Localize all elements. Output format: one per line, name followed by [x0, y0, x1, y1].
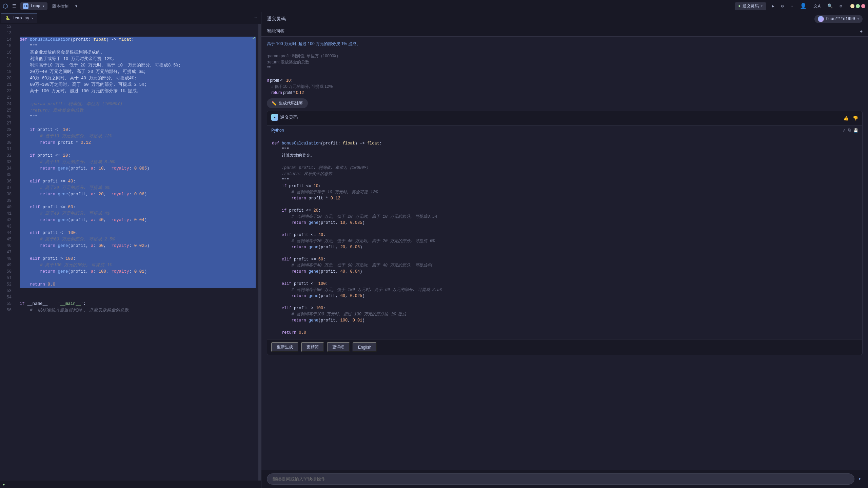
line-num-24: 24: [0, 101, 14, 108]
ai-response-actions: 👍 👎: [843, 116, 858, 121]
ai-line-25: # 当利润高于60 万元, 低于 100 万元时, 高于 60 万元的部分, 可…: [272, 287, 857, 293]
close-button[interactable]: [861, 4, 865, 8]
save-icon[interactable]: 💾: [853, 128, 858, 133]
line-num-18: 18: [0, 62, 14, 69]
code-line-37: # 高于20 万元的部分, 可提成 6%: [20, 185, 256, 191]
code-line-50: return gene(profit, a: 100, royalty: 0.0…: [20, 269, 256, 275]
generate-annotation-button[interactable]: ✏️ 生成代码注释: [267, 98, 308, 108]
minimize-button[interactable]: [850, 4, 854, 8]
temp3-tab[interactable]: ● 通义灵码 ▾: [735, 2, 766, 10]
titlebar: ⬡ ☰ TB temp ▾ 版本控制 ▾ ● 通义灵码 ▾ ▶ ⚙ ⋯ 👤 文A…: [0, 0, 868, 12]
line-num-34: 34: [0, 165, 14, 172]
code-line-19: 20万~40 万元之间时, 高于 20 万元的部分, 可提成 6%;: [20, 69, 256, 75]
line-num-51: 51: [0, 275, 14, 281]
more-options-icon[interactable]: ⋯: [789, 2, 795, 10]
code-line-34: return gene(profit, a: 10, royalty: 0.08…: [20, 165, 256, 172]
ai-code-content: def bonusCalculation(profit: float) -> f…: [267, 137, 862, 339]
code-line-49: # 高于100 万元的部分, 可提成 1%: [20, 262, 256, 269]
code-line-24: :param profit: 利润值, 单位万 (10000¥): [20, 101, 256, 108]
ai-line-30: return gene(profit, 100, 0.01): [272, 317, 857, 324]
tongyiling-icon: ✦: [271, 114, 278, 121]
file-tab-temp-py[interactable]: 🐍 temp.py ✕: [1, 14, 37, 23]
generate-annotation-label: 生成代码注释: [279, 100, 303, 106]
code-line-45: # 高于60 万元的部分, 可提成 2.5%: [20, 236, 256, 243]
ai-line-13: # 当利润高于10 万元, 低于 20 万元时, 高于 10 万元的部分, 可提…: [272, 214, 857, 220]
chat-input[interactable]: [267, 473, 854, 485]
line-num-15: 15: [0, 43, 14, 50]
ai-line-23: [272, 275, 857, 281]
code-content[interactable]: def bonusCalculation(profit: float) -> f…: [17, 24, 258, 481]
hamburger-icon[interactable]: ☰: [11, 2, 18, 10]
code-line-54: [20, 294, 256, 301]
detailed-button[interactable]: 更详细: [327, 342, 350, 352]
thumbs-up-icon[interactable]: 👍: [843, 116, 849, 121]
send-button[interactable]: ➤: [857, 475, 863, 483]
line-num-35: 35: [0, 172, 14, 178]
line-num-19: 19: [0, 69, 14, 75]
search-icon[interactable]: 🔍: [826, 2, 834, 10]
line-num-16: 16: [0, 50, 14, 56]
settings-icon[interactable]: ⚙: [838, 2, 844, 10]
panel-actions: tuuu***n1999 ▾: [814, 15, 863, 23]
app-logo: ⬡: [3, 2, 8, 10]
line-num-47: 47: [0, 249, 14, 256]
line-num-20: 20: [0, 75, 14, 82]
ai-response-block: ✦ 通义灵码 👍 👎 Python ⤢ ⎘ 💾: [267, 111, 863, 355]
code-block-lang-header: Python ⤢ ⎘ 💾: [267, 126, 862, 137]
user-icon[interactable]: 👤: [798, 1, 808, 11]
regenerate-button[interactable]: 重新生成: [271, 342, 298, 352]
line-num-22: 22: [0, 88, 14, 95]
ai-line-9: # 当利润低于等于 10 万元时, 奖金可提 12%: [272, 189, 857, 195]
thumbs-down-icon[interactable]: 👎: [853, 116, 858, 121]
translate-icon[interactable]: 文A: [812, 2, 822, 11]
ai-brand-label: 通义灵码: [280, 114, 298, 120]
user-badge[interactable]: tuuu***n1999 ▾: [814, 15, 863, 23]
code-line-44: elif profit <= 100:: [20, 230, 256, 236]
add-chat-icon[interactable]: ✚: [860, 28, 863, 34]
line-num-45: 45: [0, 236, 14, 243]
input-area: ➤: [261, 470, 868, 488]
ai-line-5: :param profit: 利润值, 单位万（10000¥）: [272, 165, 857, 171]
english-button[interactable]: English: [353, 342, 377, 352]
chat-area[interactable]: 高于 100 万元时, 超过 100 万元的部分按 1% 提成。 :param …: [261, 37, 868, 470]
code-editor[interactable]: 12 13 14 15 16 17 18 19 20 21 22 23 24 2…: [0, 24, 261, 481]
extension-icon[interactable]: ⚙: [780, 2, 785, 10]
run-status[interactable]: ▶: [3, 482, 5, 487]
ai-line-6: :return: 发放奖金的总数: [272, 171, 857, 177]
ai-line-10: return profit * 0.12: [272, 195, 857, 201]
code-line-33: # 高于10 万元的部分, 可提成 8.5%: [20, 159, 256, 165]
menu-version-control[interactable]: 版本控制: [50, 2, 71, 10]
code-line-38: return gene(profit, a: 20, royalty: 0.06…: [20, 191, 256, 198]
line-num-31: 31: [0, 146, 14, 153]
line-num-13: 13: [0, 30, 14, 37]
expand-icon[interactable]: ⤢: [843, 128, 846, 133]
line-num-49: 49: [0, 262, 14, 269]
line-num-42: 42: [0, 217, 14, 223]
code-line-51: [20, 275, 256, 281]
ai-line-1: def bonusCalculation(profit: float) -> f…: [272, 140, 857, 147]
ai-line-8: if profit <= 10:: [272, 183, 857, 189]
simplify-button[interactable]: 更精简: [301, 342, 324, 352]
ai-line-28: elif profit > 100:: [272, 305, 857, 311]
code-line-26: """: [20, 114, 256, 120]
code-line-43: [20, 223, 256, 230]
vertical-scrollbar[interactable]: [258, 24, 261, 481]
line-num-21: 21: [0, 82, 14, 88]
line-num-26: 26: [0, 114, 14, 120]
temp3-dot: ●: [738, 4, 741, 8]
maximize-button[interactable]: [856, 4, 860, 8]
project-name: temp: [31, 4, 40, 8]
language-label: Python: [271, 128, 284, 133]
file-tab-close[interactable]: ✕: [31, 16, 33, 20]
code-line-29: # 低于10 万元的部分, 可提成 12%: [20, 133, 256, 140]
top-chat-context: 高于 100 万元时, 超过 100 万元的部分按 1% 提成。 :param …: [267, 41, 863, 96]
ai-line-12: if profit <= 20:: [272, 208, 857, 214]
tab-more-icon[interactable]: ⋯: [252, 14, 260, 22]
response-buttons: 重新生成 更精简 更详细 English: [267, 339, 862, 355]
project-tab[interactable]: TB temp ▾: [20, 2, 47, 10]
run-button[interactable]: ▶: [770, 2, 776, 10]
line-num-33: 33: [0, 159, 14, 165]
line-num-25: 25: [0, 108, 14, 114]
copy-icon[interactable]: ⎘: [848, 128, 851, 133]
check-mark: ✓: [252, 35, 256, 41]
